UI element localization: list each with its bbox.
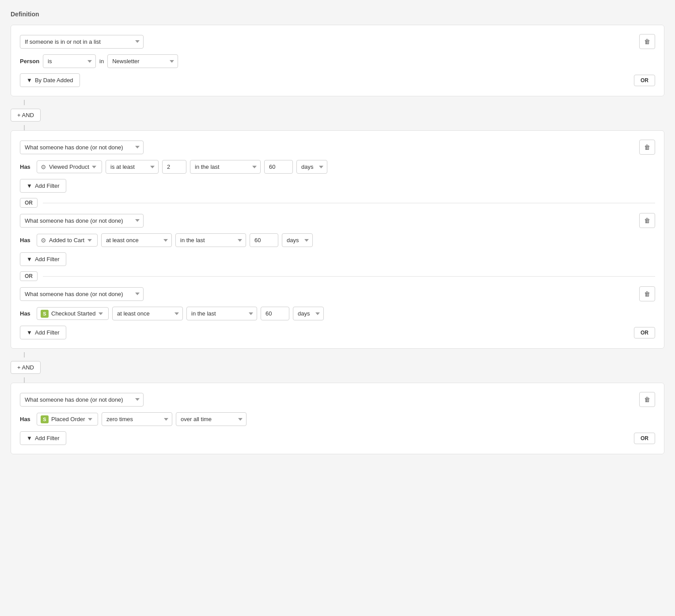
filter-icon-2b: ▼	[27, 256, 32, 262]
delete-group-3-button[interactable]: 🗑	[639, 392, 655, 407]
condition-type-select-1[interactable]: If someone is in or not in a list	[20, 35, 144, 49]
filter-icon-1: ▼	[27, 77, 32, 84]
delete-group-2b-button[interactable]: 🗑	[639, 213, 655, 228]
delete-group-2c-button[interactable]: 🗑	[639, 286, 655, 301]
time-filter-select-2a[interactable]: in the last	[190, 160, 261, 174]
frequency-select-2a[interactable]: is at least	[106, 160, 159, 174]
time-filter-select-2c[interactable]: in the last	[186, 307, 257, 320]
list-select[interactable]: Newsletter	[107, 54, 178, 68]
or-divider-line-2bc	[43, 276, 655, 277]
or-divider-line-2ab	[43, 203, 655, 203]
condition-group-3: What someone has done (or not done) 🗑 Ha…	[11, 383, 664, 454]
condition-type-select-2c[interactable]: What someone has done (or not done)	[20, 287, 144, 301]
event-select-2c[interactable]: S Checkout Started	[37, 307, 109, 320]
add-filter-3-button[interactable]: ▼ Add Filter	[20, 431, 66, 445]
shopify-icon-2c: S	[41, 310, 49, 318]
event-name-select-2b[interactable]: Added to Cart	[46, 236, 94, 244]
frequency-select-2b[interactable]: at least once	[101, 233, 172, 247]
trash-icon-3: 🗑	[644, 396, 650, 403]
gear-icon-2a: ⚙	[41, 164, 46, 171]
and-button-1[interactable]: + AND	[11, 109, 41, 122]
and-button-2[interactable]: + AND	[11, 361, 41, 374]
has-label-2b: Has	[20, 237, 33, 243]
has-label-2c: Has	[20, 310, 33, 317]
condition-group-1: If someone is in or not in a list 🗑 Pers…	[11, 25, 664, 96]
condition-type-select-2a[interactable]: What someone has done (or not done)	[20, 141, 144, 154]
has-label-3: Has	[20, 416, 33, 422]
event-select-3[interactable]: S Placed Order	[37, 413, 98, 426]
event-name-select-2a[interactable]: Viewed Product	[46, 163, 98, 171]
person-condition-select[interactable]: is	[43, 54, 96, 68]
delete-group-2a-button[interactable]: 🗑	[639, 140, 655, 155]
or-button-group2[interactable]: OR	[634, 327, 655, 338]
time-filter-select-2b[interactable]: in the last	[175, 233, 246, 247]
filter-icon-2a: ▼	[27, 183, 32, 189]
unit-select-2a[interactable]: days	[296, 160, 327, 174]
condition-type-select-2b[interactable]: What someone has done (or not done)	[20, 214, 144, 228]
trash-icon-2a: 🗑	[644, 144, 650, 151]
in-label: in	[99, 58, 104, 65]
or-button-group1[interactable]: OR	[634, 75, 655, 86]
event-name-select-2c[interactable]: Checkout Started	[49, 309, 105, 318]
gear-icon-2b: ⚙	[41, 237, 46, 244]
trash-icon-1: 🗑	[644, 38, 650, 45]
condition-group-2: What someone has done (or not done) 🗑 Ha…	[11, 130, 664, 349]
frequency-select-2c[interactable]: at least once	[112, 307, 183, 320]
event-name-select-3[interactable]: Placed Order	[49, 415, 94, 423]
unit-select-2c[interactable]: days	[293, 307, 324, 320]
add-filter-2c-button[interactable]: ▼ Add Filter	[20, 326, 66, 339]
frequency-select-3[interactable]: zero times	[102, 412, 172, 426]
event-select-2a[interactable]: ⚙ Viewed Product	[37, 160, 102, 173]
duration-input-2b[interactable]	[250, 233, 278, 247]
trash-icon-2b: 🗑	[644, 217, 650, 224]
person-label: Person	[20, 58, 39, 65]
event-select-2b[interactable]: ⚙ Added to Cart	[37, 234, 98, 247]
has-label-2a: Has	[20, 164, 33, 170]
condition-type-select-3[interactable]: What someone has done (or not done)	[20, 393, 144, 407]
unit-select-2b[interactable]: days	[282, 233, 313, 247]
count-input-2a[interactable]	[162, 160, 186, 174]
duration-input-2a[interactable]	[264, 160, 293, 174]
time-filter-select-3[interactable]: over all time	[176, 412, 246, 426]
duration-input-2c[interactable]	[261, 307, 289, 320]
shopify-icon-3: S	[41, 415, 49, 423]
or-button-group3[interactable]: OR	[634, 433, 655, 444]
add-filter-2b-button[interactable]: ▼ Add Filter	[20, 252, 66, 266]
page-title: Definition	[11, 11, 664, 18]
or-label-2ab: OR	[20, 198, 38, 208]
filter-icon-3: ▼	[27, 435, 32, 441]
delete-group-1-button[interactable]: 🗑	[639, 34, 655, 49]
by-date-added-button[interactable]: ▼ By Date Added	[20, 73, 80, 87]
trash-icon-2c: 🗑	[644, 290, 650, 297]
filter-icon-2c: ▼	[27, 329, 32, 336]
or-label-2bc: OR	[20, 271, 38, 281]
add-filter-2a-button[interactable]: ▼ Add Filter	[20, 179, 66, 193]
